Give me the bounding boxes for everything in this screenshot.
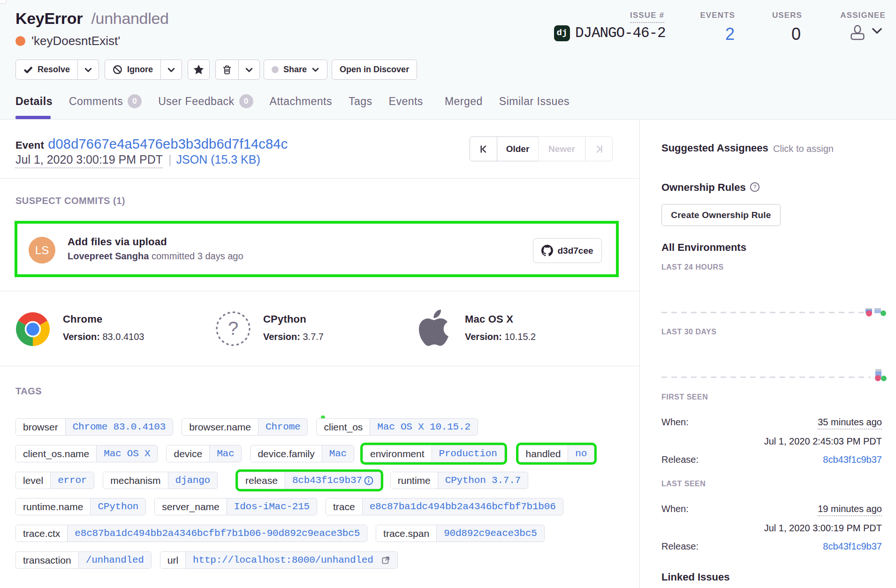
- svg-text:?: ?: [753, 184, 757, 190]
- svg-text:?: ?: [228, 318, 238, 339]
